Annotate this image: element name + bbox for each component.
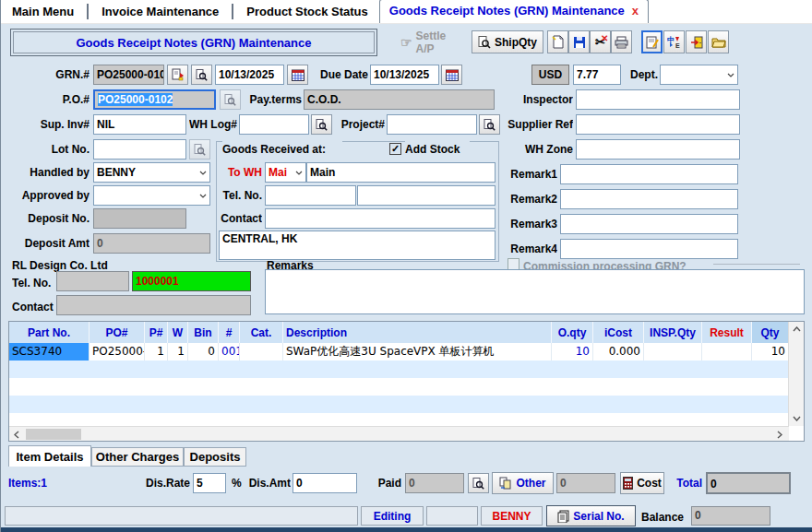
wh-contact-field[interactable] xyxy=(265,208,496,229)
cell-description[interactable]: SWaP优化高速3U SpaceVPX 单板计算机 xyxy=(283,343,552,361)
whzone-field[interactable] xyxy=(576,139,740,160)
cell-icost[interactable]: 0.000 xyxy=(593,343,644,361)
add-stock-checkbox[interactable]: ✓ xyxy=(389,143,401,155)
grid-horizontal-scrollbar[interactable] xyxy=(9,426,789,442)
dept-select[interactable] xyxy=(660,65,738,85)
save-button[interactable] xyxy=(568,30,590,53)
translate-button[interactable]: 中E xyxy=(663,30,685,53)
cell-result[interactable] xyxy=(702,343,752,361)
shipqty-button[interactable]: ShipQty xyxy=(472,30,543,53)
tab-product-stock-status[interactable]: Product Stock Status xyxy=(235,1,378,23)
cost-button[interactable]: Cost xyxy=(620,472,664,494)
cell-oqty[interactable]: 10 xyxy=(552,343,593,361)
new-document-button[interactable] xyxy=(547,30,568,53)
grn-date-field[interactable] xyxy=(215,65,284,85)
col-header-result[interactable]: Result xyxy=(702,322,752,343)
delete-button[interactable]: ✂✕ xyxy=(590,30,611,53)
grid-data-row[interactable]: SCS3740 PO25000-0102 1 1 0 001 SWaP优化高速3… xyxy=(9,343,789,361)
whlog-search-button[interactable] xyxy=(311,114,332,135)
page-title-box: Goods Receipt Notes (GRN) Maintenance xyxy=(10,29,377,56)
search-icon xyxy=(484,119,496,131)
due-date-field[interactable] xyxy=(370,65,439,85)
print-button[interactable] xyxy=(611,30,632,53)
other-charges-button[interactable]: Other xyxy=(492,472,554,494)
project-search-button[interactable] xyxy=(479,114,500,135)
paid-search-button[interactable] xyxy=(468,473,489,493)
payterms-field: C.O.D. xyxy=(304,89,495,110)
remark2-field[interactable] xyxy=(560,189,738,209)
supplier-invoice-field[interactable] xyxy=(93,114,186,135)
cell-num[interactable]: 001 xyxy=(219,343,240,361)
wh-tel1-field[interactable] xyxy=(265,185,356,206)
col-header-num[interactable]: # xyxy=(219,322,240,343)
scrollbar-thumb[interactable] xyxy=(26,429,81,440)
dis-rate-label: Dis.Rate xyxy=(137,473,190,493)
inspector-field[interactable] xyxy=(576,89,740,110)
tab-main-menu[interactable]: Main Menu xyxy=(1,1,85,23)
col-header-w[interactable]: W xyxy=(168,322,188,343)
tab-grn-maintenance[interactable]: Goods Receipt Notes (GRN) Maintenancex xyxy=(379,0,649,23)
remark3-field[interactable] xyxy=(560,214,738,234)
col-header-description[interactable]: Description xyxy=(283,322,552,343)
remark1-field[interactable] xyxy=(560,164,738,184)
remarks-field[interactable] xyxy=(265,269,805,314)
tab-other-charges[interactable]: Other Charges xyxy=(91,447,184,467)
open-folder-button[interactable] xyxy=(708,30,729,53)
wh-tel2-field[interactable] xyxy=(357,185,496,206)
scroll-right-icon[interactable] xyxy=(772,427,787,442)
to-wh-select[interactable]: Mai xyxy=(265,162,306,183)
tab-item-details[interactable]: Item Details xyxy=(8,445,91,467)
cell-qty[interactable]: 10 xyxy=(752,343,789,361)
grn-date-calendar-button[interactable] xyxy=(287,65,308,85)
col-header-cat[interactable]: Cat. xyxy=(240,322,283,343)
cell-inspqty[interactable] xyxy=(644,343,702,361)
cell-w[interactable]: 1 xyxy=(168,343,188,361)
grn-search-button[interactable] xyxy=(191,65,212,85)
tab-deposits[interactable]: Deposits xyxy=(184,447,246,467)
edit-note-button[interactable] xyxy=(641,30,663,53)
supplier-ref-field[interactable] xyxy=(576,114,740,135)
cell-p[interactable]: 1 xyxy=(145,343,168,361)
col-header-qty[interactable]: Qty xyxy=(752,322,789,343)
settle-ap-hand-icon: ☞ xyxy=(400,35,412,50)
wh-address-field[interactable]: CENTRAL, HK xyxy=(219,231,496,260)
grid-vertical-scrollbar[interactable] xyxy=(788,322,804,426)
handled-by-select[interactable]: BENNY xyxy=(93,162,210,183)
scroll-up-icon[interactable] xyxy=(789,322,804,337)
approved-by-select[interactable] xyxy=(93,185,210,206)
cell-part-no[interactable]: SCS3740 xyxy=(9,343,90,361)
supplier-contact-field xyxy=(56,295,251,315)
col-header-icost[interactable]: iCost xyxy=(593,322,644,343)
cell-cat[interactable] xyxy=(240,343,283,361)
project-label: Project# xyxy=(335,114,385,135)
serial-no-button[interactable]: Serial No. xyxy=(546,505,636,526)
tab-invoice-maintenance[interactable]: Invoice Maintenance xyxy=(90,1,230,23)
col-header-oqty[interactable]: O.qty xyxy=(552,322,593,343)
exchange-rate-field[interactable] xyxy=(573,65,621,85)
po-number-field[interactable]: PO25000-0102 xyxy=(93,89,216,110)
whlog-field[interactable] xyxy=(239,114,309,135)
currency-button[interactable]: USD xyxy=(531,65,569,85)
dis-rate-field[interactable] xyxy=(193,473,226,493)
scroll-left-icon[interactable] xyxy=(9,427,24,442)
cell-po[interactable]: PO25000-0102 xyxy=(90,343,145,361)
grn-copy-button[interactable] xyxy=(167,65,188,85)
project-field[interactable] xyxy=(387,114,477,135)
calendar-icon xyxy=(292,69,304,81)
dis-amt-field[interactable] xyxy=(293,473,357,493)
col-header-p[interactable]: P# xyxy=(145,322,168,343)
wh-name-field[interactable] xyxy=(306,162,496,183)
page-title: Goods Receipt Notes (GRN) Maintenance xyxy=(13,31,375,53)
col-header-bin[interactable]: Bin xyxy=(188,322,219,343)
balance-label: Balance xyxy=(641,507,689,527)
col-header-part-no[interactable]: Part No. xyxy=(9,322,90,343)
due-date-calendar-button[interactable] xyxy=(441,65,462,85)
exit-button[interactable] xyxy=(686,30,707,53)
scroll-down-icon[interactable] xyxy=(789,411,804,426)
supplier-tel-label: Tel. No. xyxy=(12,273,54,293)
col-header-po[interactable]: PO# xyxy=(90,322,145,343)
cell-bin[interactable]: 0 xyxy=(188,343,219,361)
col-header-inspqty[interactable]: INSP.Qty xyxy=(644,322,702,343)
tab-close-icon[interactable]: x xyxy=(632,4,639,18)
lot-field[interactable] xyxy=(93,139,186,160)
